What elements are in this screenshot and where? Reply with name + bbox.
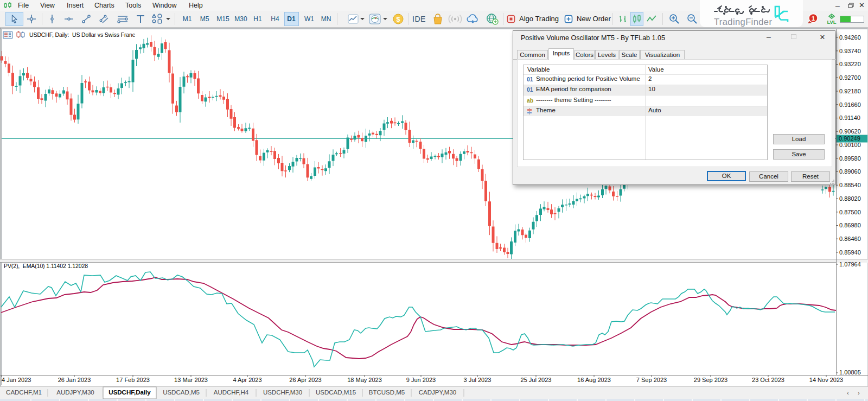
svg-text:0.89060: 0.89060 [839,168,861,175]
svg-text:7 Sep 2023: 7 Sep 2023 [636,377,667,383]
svg-text:0.86460: 0.86460 [839,235,861,242]
svg-text:AUDCHF,H4: AUDCHF,H4 [214,389,249,396]
svg-text:0.86980: 0.86980 [839,222,861,228]
svg-text:23 Oct 2023: 23 Oct 2023 [752,377,784,383]
svg-text:0.90100: 0.90100 [839,142,861,148]
svg-text:18 May 2023: 18 May 2023 [347,377,382,383]
svg-text:0.91140: 0.91140 [839,114,860,121]
svg-text:0.85940: 0.85940 [839,249,861,256]
svg-text:$: $ [397,16,400,23]
svg-text:0.88540: 0.88540 [839,182,861,188]
svg-text:USDCHF, Daily: US Dollar vs S: USDCHF, Daily: US Dollar vs Swiss Franc [29,31,135,38]
svg-text:PV(2), EMA(10) 1.11402 1.1202: PV(2), EMA(10) 1.11402 1.12028 [4,263,88,269]
svg-text:0.88020: 0.88020 [839,195,861,202]
svg-text:1.07964: 1.07964 [839,261,861,268]
svg-text:9 Jun 2023: 9 Jun 2023 [406,377,436,383]
svg-text:USDCAD,M5: USDCAD,M5 [163,389,200,396]
svg-text:13 Mar 2023: 13 Mar 2023 [174,377,208,383]
svg-text:0.90620: 0.90620 [839,128,861,135]
svg-text:25 Jul 2023: 25 Jul 2023 [521,377,552,383]
svg-text:0.91660: 0.91660 [839,101,861,108]
svg-text:26 Jan 2023: 26 Jan 2023 [58,377,91,383]
svg-text:0.87500: 0.87500 [839,209,861,215]
svg-text:26 Apr 2023: 26 Apr 2023 [289,377,321,383]
svg-text:3 Jul 2023: 3 Jul 2023 [464,377,492,383]
svg-text:0.94260: 0.94260 [839,34,861,41]
svg-text:CADJPY,M30: CADJPY,M30 [419,389,456,396]
svg-text:0.93220: 0.93220 [839,61,861,67]
svg-text:0.92700: 0.92700 [839,74,861,81]
svg-text:1.00805: 1.00805 [839,369,861,375]
svg-text:‹: ‹ [847,390,849,396]
svg-text:›: › [858,390,860,396]
svg-text:LVL: LVL [827,19,836,25]
svg-text:0.92180: 0.92180 [839,88,861,94]
svg-text:BTCUSD,M5: BTCUSD,M5 [369,389,405,396]
svg-text:0.93740: 0.93740 [839,48,861,54]
svg-text:USDCAD,M15: USDCAD,M15 [316,389,356,396]
svg-text:16 Aug 2023: 16 Aug 2023 [577,377,611,383]
svg-text:4 Apr 2023: 4 Apr 2023 [233,377,261,383]
svg-text:0.90249: 0.90249 [839,135,860,142]
svg-text:USDCHF,Daily: USDCHF,Daily [108,389,151,396]
svg-text:29 Sep 2023: 29 Sep 2023 [694,377,727,383]
svg-text:17 Feb 2023: 17 Feb 2023 [116,377,150,383]
svg-text:1: 1 [812,15,815,22]
svg-text:14 Nov 2023: 14 Nov 2023 [809,377,843,383]
svg-text:CADCHF,M1: CADCHF,M1 [6,389,42,396]
svg-text:4 Jan 2023: 4 Jan 2023 [2,377,31,383]
svg-text:USDCHF,M30: USDCHF,M30 [263,389,302,396]
svg-text:0.89580: 0.89580 [839,155,861,162]
svg-text:AUDJPY,M30: AUDJPY,M30 [56,389,94,396]
